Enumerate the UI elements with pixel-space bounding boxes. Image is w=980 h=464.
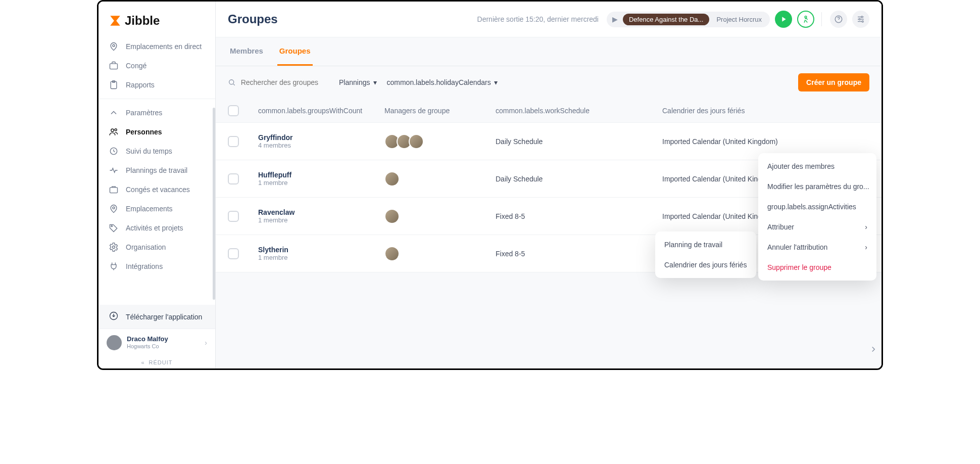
expand-handle[interactable] <box>866 342 880 356</box>
pin-icon <box>109 41 119 52</box>
avatar <box>409 134 424 149</box>
svg-rect-1 <box>110 64 118 69</box>
work-schedule: Daily Schedule <box>496 175 662 183</box>
collapse-sidebar[interactable]: « RÉDUIT <box>99 356 215 368</box>
nav-label: Suivi du temps <box>126 147 172 155</box>
logo-text: Jibble <box>125 14 160 28</box>
menu-unassign[interactable]: Annuler l'attribution› <box>758 237 876 257</box>
search-box[interactable] <box>228 78 329 87</box>
nav-label: Organisation <box>126 243 166 251</box>
filter-schedules[interactable]: Plannings ▾ <box>339 78 377 86</box>
svg-rect-7 <box>110 188 118 193</box>
svg-point-15 <box>859 19 860 20</box>
col-calendar: Calendrier des jours fériés <box>662 107 869 115</box>
nav-settings-toggle[interactable]: Paramètres <box>99 103 215 122</box>
chevron-right-icon: › <box>865 223 867 231</box>
nav-reports[interactable]: Rapports <box>99 75 215 95</box>
search-input[interactable] <box>241 78 329 86</box>
menu-add-members[interactable]: Ajouter des membres <box>758 156 876 176</box>
avatar <box>384 171 400 187</box>
managers-avatars <box>384 209 496 224</box>
pin-icon <box>109 204 119 214</box>
help-icon <box>834 15 843 24</box>
nav-label: Plannings de travail <box>126 166 187 174</box>
user-org: Hogwarts Co <box>127 343 200 350</box>
avatar <box>107 335 122 350</box>
nav-holidays[interactable]: Congés et vacances <box>99 180 215 199</box>
sidebar: Jibble Emplacements en direct Congé Rapp… <box>99 2 216 368</box>
svg-point-8 <box>113 207 115 209</box>
row-checkbox[interactable] <box>228 136 239 147</box>
user-name: Draco Malfoy <box>127 335 200 343</box>
caret-down-icon: ▾ <box>494 78 498 86</box>
nav-activities[interactable]: Activités et projets <box>99 218 215 238</box>
main: Groupes Dernière sortie 15:20, dernier m… <box>216 2 881 368</box>
download-app[interactable]: Télécharger l'application <box>99 305 215 329</box>
avatar <box>384 246 400 261</box>
nav-leave[interactable]: Congé <box>99 56 215 75</box>
download-label: Télécharger l'application <box>126 313 202 321</box>
table-header: common.labels.groupsWithCount Managers d… <box>216 99 881 123</box>
help-button[interactable] <box>830 11 847 28</box>
topbar: Groupes Dernière sortie 15:20, dernier m… <box>216 2 881 37</box>
filter-bar: Plannings ▾ common.labels.holidayCalenda… <box>216 66 881 99</box>
plug-icon <box>109 261 119 271</box>
nav-label: Congé <box>126 62 146 70</box>
group-context-menu: Ajouter des membres Modifier les paramèt… <box>758 153 876 281</box>
svg-point-17 <box>229 80 234 84</box>
tab-members[interactable]: Membres <box>228 37 265 66</box>
svg-point-14 <box>861 16 863 18</box>
nav-people[interactable]: Personnes <box>99 122 215 142</box>
group-member-count: 1 membre <box>258 216 384 224</box>
group-member-count: 1 membre <box>258 179 384 187</box>
submenu-work-schedule[interactable]: Planning de travail <box>655 235 756 255</box>
clock-in-button[interactable] <box>775 11 792 28</box>
nav-live-locations[interactable]: Emplacements en direct <box>99 37 215 56</box>
group-name: Ravenclaw <box>258 208 384 216</box>
project-pill: Project Horcrux <box>711 14 767 25</box>
user-menu[interactable]: Draco Malfoy Hogwarts Co › <box>99 329 215 356</box>
select-all-checkbox[interactable] <box>228 105 239 116</box>
nav-integrations[interactable]: Intégrations <box>99 257 215 276</box>
submenu-holiday-calendar[interactable]: Calendrier des jours fériés <box>655 255 756 275</box>
menu-assign-activities[interactable]: group.labels.assignActivities <box>758 197 876 217</box>
svg-point-0 <box>113 44 115 47</box>
nav-schedules[interactable]: Plannings de travail <box>99 161 215 180</box>
quick-add-person-button[interactable] <box>797 11 814 28</box>
chevron-right-icon <box>869 345 878 354</box>
nav-locations[interactable]: Emplacements <box>99 199 215 218</box>
collapse-label: RÉDUIT <box>149 359 173 365</box>
create-group-button[interactable]: Créer un groupe <box>798 73 869 91</box>
logo[interactable]: Jibble <box>99 2 215 37</box>
row-checkbox[interactable] <box>228 211 239 222</box>
search-icon <box>228 78 236 87</box>
filter-holiday-calendars[interactable]: common.labels.holidayCalendars ▾ <box>387 78 498 86</box>
row-checkbox[interactable] <box>228 173 239 184</box>
clock-pin-icon <box>109 146 119 156</box>
group-name: Hufflepuff <box>258 171 384 179</box>
chevron-up-icon <box>109 108 119 118</box>
tag-icon <box>109 223 119 233</box>
nav-label: Personnes <box>126 128 162 136</box>
menu-delete-group[interactable]: Supprimer le groupe <box>758 257 876 277</box>
briefcase-icon <box>109 184 119 195</box>
nav-label: Rapports <box>126 81 155 89</box>
avatar <box>384 209 400 224</box>
nav-organisation[interactable]: Organisation <box>99 238 215 257</box>
row-checkbox[interactable] <box>228 248 239 259</box>
tab-groups[interactable]: Groupes <box>277 37 313 66</box>
play-icon <box>779 15 788 23</box>
menu-edit-settings[interactable]: Modifier les paramètres du gro... <box>758 176 876 197</box>
current-activity[interactable]: ▶ Defence Against the Da... Project Horc… <box>607 12 770 27</box>
tabs: Membres Groupes <box>216 37 881 66</box>
col-schedule: common.labels.workSchedule <box>496 107 662 115</box>
work-schedule: Daily Schedule <box>496 137 662 146</box>
chevron-left-double-icon: « <box>141 359 144 365</box>
nav-time-tracking[interactable]: Suivi du temps <box>99 142 215 161</box>
chevron-right-icon: › <box>865 243 867 251</box>
menu-assign[interactable]: Attribuer› <box>758 217 876 237</box>
col-managers: Managers de groupe <box>384 107 496 115</box>
scrollbar[interactable] <box>213 108 215 300</box>
settings-button[interactable] <box>852 11 869 28</box>
managers-avatars <box>384 171 496 187</box>
